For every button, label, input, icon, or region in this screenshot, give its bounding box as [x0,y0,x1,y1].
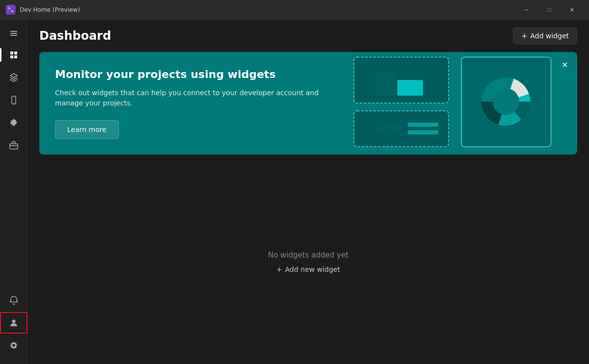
banner-close-button[interactable]: ✕ [558,58,571,72]
svg-point-22 [492,88,519,115]
plus-icon: + [521,32,527,40]
sidebar-item-dev-settings[interactable] [0,112,27,133]
header: Dashboard + Add widget [27,20,589,52]
page-title: Dashboard [39,29,513,43]
no-widgets-text: No widgets added yet [268,251,348,260]
sidebar-hamburger[interactable] [0,24,27,43]
sidebar-top [0,24,27,289]
sidebar [0,20,27,364]
sidebar-item-dashboard[interactable] [0,44,27,66]
svg-rect-1 [11,7,13,9]
banner-title: Monitor your projects using widgets [55,68,320,82]
sidebar-item-layers[interactable] [0,67,27,88]
empty-state: No widgets added yet + Add new widget [27,162,589,364]
svg-point-15 [12,320,16,323]
add-new-widget-label: Add new widget [285,265,340,273]
sidebar-item-system-settings[interactable] [0,335,27,356]
svg-rect-25 [407,123,438,127]
svg-rect-13 [10,144,18,149]
banner-illustration-svg [335,52,577,155]
svg-rect-0 [8,7,10,9]
titlebar-title: Dev Home (Preview) [20,6,515,13]
svg-rect-20 [397,80,423,95]
sidebar-item-device[interactable] [0,89,27,111]
svg-rect-9 [10,55,13,58]
sidebar-item-notifications[interactable] [0,289,27,311]
svg-rect-8 [14,52,17,54]
add-widget-label: Add widget [530,32,569,40]
learn-more-button[interactable]: Learn more [55,120,119,139]
close-button[interactable]: ✕ [561,2,583,18]
sidebar-item-projects[interactable] [0,134,27,156]
window-controls: ─ □ ✕ [515,2,583,18]
svg-rect-3 [11,10,13,12]
app-body: Dashboard + Add widget Monitor your proj… [0,20,589,364]
main-content: Dashboard + Add widget Monitor your proj… [27,20,589,364]
sidebar-bottom [0,289,27,360]
banner-description: Check out widgets that can help you conn… [55,88,320,108]
svg-rect-6 [10,35,17,36]
add-widget-button[interactable]: + Add widget [513,27,577,44]
svg-rect-10 [14,55,17,58]
promo-banner: Monitor your projects using widgets Chec… [39,52,577,155]
svg-rect-4 [10,31,17,32]
maximize-button[interactable]: □ [538,2,561,18]
banner-illustration [335,52,577,155]
svg-rect-19 [369,73,395,96]
svg-rect-5 [10,33,17,34]
titlebar: Dev Home (Preview) ─ □ ✕ [0,0,589,20]
add-new-widget-button[interactable]: + Add new widget [272,263,344,275]
plus-icon-empty: + [276,265,282,273]
app-icon [6,5,16,15]
svg-rect-7 [10,52,13,54]
svg-point-12 [13,103,14,104]
sidebar-item-account[interactable] [0,312,27,334]
svg-rect-2 [8,10,10,12]
banner-content: Monitor your projects using widgets Chec… [39,52,335,155]
minimize-button[interactable]: ─ [515,2,538,18]
svg-rect-26 [407,130,438,134]
